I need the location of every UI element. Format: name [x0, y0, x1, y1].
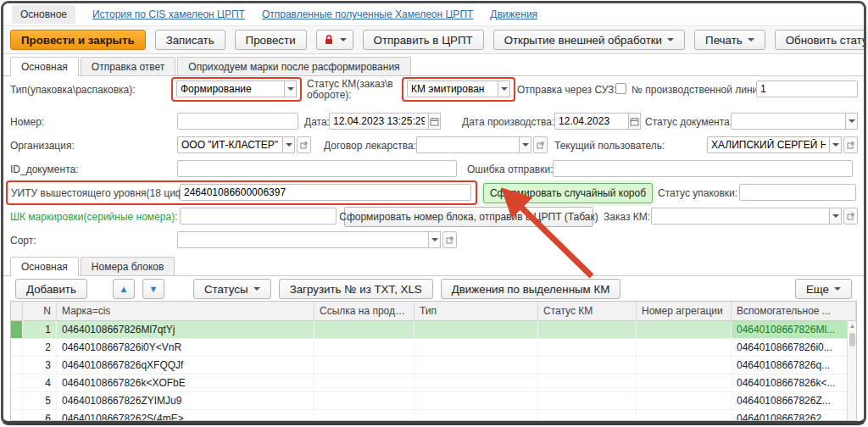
cell-km-status[interactable] — [538, 339, 637, 356]
nav-link-history[interactable]: История по CIS хамелеон ЦРПТ — [92, 8, 245, 20]
cell-auxiliary[interactable]: 046401086678262 — [732, 410, 856, 421]
dropdown-button[interactable] — [829, 208, 842, 225]
send-to-crpt-button[interactable]: Отправить в ЦРПТ — [363, 30, 484, 50]
send-error-input[interactable] — [553, 160, 853, 177]
cell-product-ref[interactable] — [314, 374, 415, 391]
prod-date-field[interactable] — [554, 113, 641, 130]
cell-mark[interactable]: 04640108667826i0Y<VnR — [57, 339, 314, 356]
cell-km-status[interactable] — [538, 357, 637, 374]
dropdown-button[interactable] — [498, 80, 510, 97]
subtab-main[interactable]: Основная — [10, 257, 79, 276]
cell-mark[interactable]: 046401086678262S(4mE> — [57, 410, 314, 421]
cell-product-ref[interactable] — [314, 339, 415, 356]
cell-n[interactable]: 6 — [23, 410, 57, 421]
sort-input[interactable] — [177, 231, 428, 248]
cell-product-ref[interactable] — [314, 410, 415, 421]
post-and-close-button[interactable]: Провести и закрыть — [10, 30, 146, 50]
cell-type[interactable] — [415, 410, 538, 421]
open-link-icon[interactable] — [533, 136, 548, 153]
load-from-txt-button[interactable]: Загрузить № из TXT, XLS — [279, 279, 433, 299]
cell-auxiliary[interactable]: 04640108667826q... — [732, 357, 856, 374]
statuses-button[interactable]: Статусы — [193, 279, 271, 299]
subtab-block-numbers[interactable]: Номера блоков — [81, 257, 175, 275]
km-status-select-input[interactable] — [407, 80, 498, 97]
table-row[interactable]: 4 04640108667826k<XOFbE 04640108667826k<… — [11, 374, 856, 392]
calendar-icon[interactable] — [628, 113, 641, 130]
open-link-icon[interactable] — [297, 136, 311, 153]
tab-send-response[interactable]: Отправка ответ — [81, 57, 176, 75]
dropdown-button[interactable] — [428, 231, 441, 248]
doc-id-input[interactable] — [177, 160, 457, 177]
cell-aggregation[interactable] — [637, 374, 732, 391]
cell-km-status[interactable] — [538, 321, 637, 338]
organization-select[interactable] — [177, 136, 311, 153]
sort-select[interactable] — [177, 231, 457, 248]
movements-by-selected-button[interactable]: Движения по выделенным КМ — [441, 279, 621, 299]
header-n[interactable]: N — [23, 302, 57, 320]
contract-select[interactable] — [416, 136, 548, 153]
contract-input[interactable] — [416, 136, 519, 153]
cell-mark[interactable]: 04640108667826k<XOFbE — [57, 374, 314, 391]
uitu-input[interactable] — [180, 184, 471, 201]
cell-n[interactable]: 1 — [23, 321, 57, 338]
move-down-button[interactable]: ▼ — [142, 279, 164, 299]
shk-input[interactable] — [180, 208, 337, 225]
date-input[interactable] — [329, 113, 428, 130]
production-line-input[interactable] — [756, 80, 858, 97]
nav-link-sent-received[interactable]: Отправленные полученные Хамелеон ЦРПТ — [262, 8, 473, 20]
cell-type[interactable] — [415, 357, 538, 374]
generate-random-box-button[interactable]: Сформировать случайный короб — [483, 183, 653, 203]
current-user-input[interactable] — [707, 136, 829, 153]
open-link-icon[interactable] — [442, 231, 457, 248]
grid-more-button[interactable]: Еще — [795, 279, 852, 299]
header-mark[interactable]: Марка=cis — [57, 302, 314, 320]
cell-auxiliary[interactable]: 04640108667826Z... — [732, 392, 856, 409]
cell-aggregation[interactable] — [637, 410, 732, 421]
km-status-select[interactable] — [407, 80, 510, 97]
doc-status-select[interactable] — [731, 113, 858, 130]
cell-product-ref[interactable] — [314, 357, 415, 374]
table-row[interactable]: 5 04640108667826ZYIMJu9 04640108667826Z.… — [11, 392, 856, 410]
table-row[interactable]: 1 04640108667826Ml7qtYj 04640108667826Ml… — [11, 321, 856, 339]
open-link-icon[interactable] — [843, 136, 858, 153]
cell-km-status[interactable] — [538, 392, 637, 409]
header-aggregation[interactable]: Номер агрегации — [637, 302, 732, 320]
calendar-icon[interactable] — [428, 113, 441, 130]
suz-checkbox[interactable] — [615, 83, 626, 94]
move-up-button[interactable]: ▲ — [113, 279, 135, 299]
print-button[interactable]: Печать — [694, 30, 765, 50]
cell-auxiliary[interactable]: 04640108667826Ml... — [732, 321, 856, 338]
type-select-input[interactable] — [176, 80, 284, 97]
cell-type[interactable] — [415, 321, 538, 338]
tab-main[interactable]: Основная — [10, 57, 79, 76]
cell-aggregation[interactable] — [637, 392, 732, 409]
cell-mark[interactable]: 04640108667826Ml7qtYj — [57, 321, 314, 338]
doc-status-select-input[interactable] — [731, 113, 845, 130]
cell-aggregation[interactable] — [637, 321, 732, 338]
pack-status-input[interactable] — [739, 184, 856, 201]
cell-auxiliary[interactable]: 04640108667826k<... — [732, 374, 856, 391]
dropdown-button[interactable] — [829, 136, 842, 153]
write-button[interactable]: Записать — [155, 30, 225, 50]
nav-item-main[interactable]: Основное — [12, 5, 75, 24]
dropdown-button[interactable] — [519, 136, 531, 153]
add-row-button[interactable]: Добавить — [15, 279, 87, 299]
organization-input[interactable] — [177, 136, 282, 153]
km-order-select[interactable] — [651, 208, 858, 225]
generate-block-number-button[interactable]: Сформировать номер блока, отправив в ЦРП… — [344, 207, 593, 227]
date-field[interactable] — [329, 113, 441, 130]
lock-dropdown-button[interactable] — [316, 30, 353, 50]
dropdown-button[interactable] — [284, 80, 297, 97]
cell-n[interactable]: 2 — [23, 339, 57, 356]
cell-mark[interactable]: 04640108667826qXFQQJf — [57, 357, 314, 374]
type-select[interactable] — [176, 80, 297, 97]
cell-n[interactable]: 4 — [23, 374, 57, 391]
post-button[interactable]: Провести — [235, 30, 307, 50]
header-type[interactable]: Тип — [415, 302, 538, 320]
cell-n[interactable]: 5 — [23, 392, 57, 409]
cell-auxiliary[interactable]: 04640108667826i0... — [732, 339, 856, 356]
cell-type[interactable] — [415, 339, 538, 356]
refresh-status-button[interactable]: Обновить статус по документу — [775, 30, 866, 50]
cell-km-status[interactable] — [538, 374, 637, 391]
open-link-icon[interactable] — [843, 208, 858, 225]
